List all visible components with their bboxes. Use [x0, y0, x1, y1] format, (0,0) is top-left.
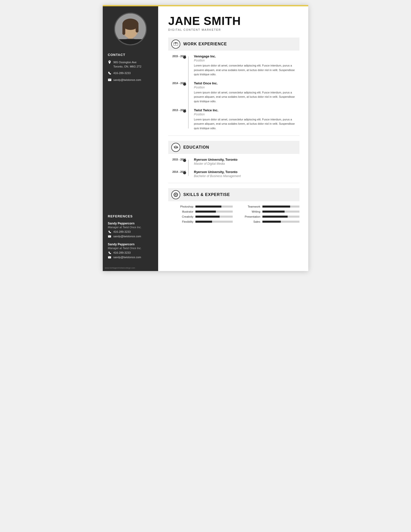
ref1-email-icon	[108, 235, 111, 238]
ref1-title: Manager at Twist Once Inc.	[108, 226, 153, 229]
skill-bar-fill-flexibility	[195, 221, 212, 223]
skill-photoshop: Photoshop	[173, 205, 233, 208]
job-title: DIGITAL CONTENT MARKETER	[168, 28, 299, 31]
svg-rect-6	[136, 24, 139, 32]
skill-bar-fill-creativity	[195, 216, 220, 218]
edu-entry-1: 2015 - 2016 Ryerson University, Toronto …	[168, 158, 299, 165]
skills-section: SKILLS & EXPERTISE Photoshop Teamwork	[168, 188, 299, 223]
edu-school-1: Ryerson University, Toronto	[194, 158, 299, 161]
ref1-email: sandy@twistonce.com	[108, 235, 153, 238]
education-timeline: 2015 - 2016 Ryerson University, Toronto …	[168, 158, 299, 178]
tools-icon	[171, 190, 180, 199]
education-label: EDUCATION	[183, 145, 209, 150]
address-item: 965 Ossington Ave Toronto, ON. M6G 2T2	[108, 60, 153, 69]
skill-bar-bg-sales	[262, 221, 300, 223]
ref2-name: Sandy Peppercorn	[108, 243, 153, 246]
skill-name-creativity: Creativity	[173, 215, 193, 218]
skill-bar-bg-presentation	[262, 216, 300, 218]
work-experience-section: WORK EXPERIENCE 2015 - 2016 Venngage Inc…	[168, 38, 299, 130]
graduation-icon	[171, 143, 180, 152]
work-experience-label: WORK EXPERIENCE	[183, 42, 227, 46]
work-content-3: Twist Twice Inc. Position Lorem ipsum do…	[188, 108, 299, 131]
edu-entry-2: 2014 - 2015 Ryerson University, Toronto …	[168, 170, 299, 178]
skill-name-presentation: Presentation	[240, 215, 260, 218]
phone-icon	[108, 71, 111, 75]
ref2-email-icon	[108, 255, 111, 259]
work-position-3: Position	[194, 113, 299, 116]
ref1-name: Sandy Peppercorn	[108, 222, 153, 225]
work-desc-1: Lorem ipsum dolor sit amet, consectetur …	[194, 63, 299, 77]
skill-bar-fill-presentation	[262, 216, 288, 218]
svg-point-8	[175, 194, 176, 195]
edu-content-1: Ryerson University, Toronto Master of Di…	[188, 158, 299, 165]
ref2-email: sandy@twistonce.com	[108, 255, 153, 259]
email-icon	[108, 78, 111, 82]
references-section: REFERENCES Sandy Peppercorn Manager at T…	[108, 214, 153, 263]
skill-creativity: Creativity	[173, 215, 233, 218]
skill-bar-bg-illustrator	[195, 211, 233, 213]
ref1-phone-text: 416-289-3233	[113, 230, 131, 233]
skill-presentation: Presentation	[240, 215, 300, 218]
skill-bar-bg-flexibility	[195, 221, 233, 223]
email-item: sandy@twistonce.com	[108, 78, 153, 82]
ref1-phone: 416-289-3233	[108, 230, 153, 234]
avatar	[114, 13, 147, 45]
ref2-title: Manager at Twist Once Inc.	[108, 247, 153, 250]
divider-1	[168, 136, 299, 136]
skill-teamwork: Teamwork	[240, 205, 300, 208]
website-footer: www.heritagechristiancollege.com	[105, 267, 135, 269]
skill-bar-fill-sales	[262, 221, 281, 223]
skill-bar-fill-illustrator	[195, 211, 216, 213]
edu-degree-1: Master of Digital Media	[194, 162, 299, 165]
sidebar: CONTACT 965 Ossington Ave Toronto, ON. M…	[103, 5, 158, 271]
skill-bar-fill-photoshop	[195, 206, 221, 208]
phone-text: 416-289-3233	[113, 71, 131, 75]
address-line2: Toronto, ON. M6G 2T2	[113, 64, 141, 69]
ref1-phone-icon	[108, 230, 111, 234]
skill-name-flexibility: Flexibility	[173, 220, 193, 223]
skill-name-illustrator: Illustrator	[173, 210, 193, 213]
skill-bar-bg-teamwork	[262, 206, 300, 208]
education-header: EDUCATION	[168, 141, 299, 154]
skill-bar-fill-teamwork	[262, 206, 290, 208]
skill-illustrator: Illustrator	[173, 210, 233, 213]
skill-sales: Sales	[240, 220, 300, 223]
skill-bar-bg-creativity	[195, 216, 233, 218]
work-entry-3: 2013 - 2014 Twist Twice Inc. Position Lo…	[168, 108, 299, 131]
divider-2	[168, 183, 299, 183]
references-heading: REFERENCES	[108, 214, 153, 218]
work-content-1: Venngage Inc. Position Lorem ipsum dolor…	[188, 54, 299, 77]
work-content-2: Twist Once Inc. Position Lorem ipsum dol…	[188, 81, 299, 104]
ref2-phone-icon	[108, 251, 111, 254]
svg-rect-7	[117, 39, 143, 44]
phone-item: 416-289-3233	[108, 71, 153, 75]
location-icon	[108, 60, 111, 64]
skill-name-teamwork: Teamwork	[240, 205, 260, 208]
work-desc-2: Lorem ipsum dolor sit amet, consectetur …	[194, 90, 299, 104]
contact-heading: CONTACT	[108, 53, 153, 57]
skill-flexibility: Flexibility	[173, 220, 233, 223]
briefcase-icon	[171, 40, 180, 49]
edu-content-2: Ryerson University, Toronto Bachelor of …	[188, 170, 299, 178]
skill-name-writing: Writing	[240, 210, 260, 213]
edu-degree-2: Bachelor of Business Management	[194, 174, 299, 178]
ref2-phone-text: 416-289-3233	[113, 251, 131, 254]
reference-2: Sandy Peppercorn Manager at Twist Once I…	[108, 243, 153, 259]
skill-bar-bg-writing	[262, 211, 300, 213]
skill-name-photoshop: Photoshop	[173, 205, 193, 208]
skill-writing: Writing	[240, 210, 300, 213]
timeline-dot-1	[183, 56, 186, 59]
work-desc-3: Lorem ipsum dolor sit amet, consectetur …	[194, 117, 299, 131]
email-text: sandy@twistonce.com	[113, 78, 141, 82]
skill-bar-bg-photoshop	[195, 206, 233, 208]
address-line1: 965 Ossington Ave	[113, 60, 141, 64]
work-company-1: Venngage Inc.	[194, 54, 299, 58]
work-timeline: 2015 - 2016 Venngage Inc. Position Lorem…	[168, 54, 299, 130]
name-block: JANE SMITH DIGITAL CONTENT MARKETER	[168, 14, 299, 31]
work-entry-2: 2014 - 2015 Twist Once Inc. Position Lor…	[168, 81, 299, 104]
contact-section: CONTACT 965 Ossington Ave Toronto, ON. M…	[108, 53, 153, 84]
skill-name-sales: Sales	[240, 220, 260, 223]
edu-school-2: Ryerson University, Toronto	[194, 170, 299, 174]
ref1-email-text: sandy@twistonce.com	[113, 235, 141, 238]
work-company-2: Twist Once Inc.	[194, 81, 299, 85]
